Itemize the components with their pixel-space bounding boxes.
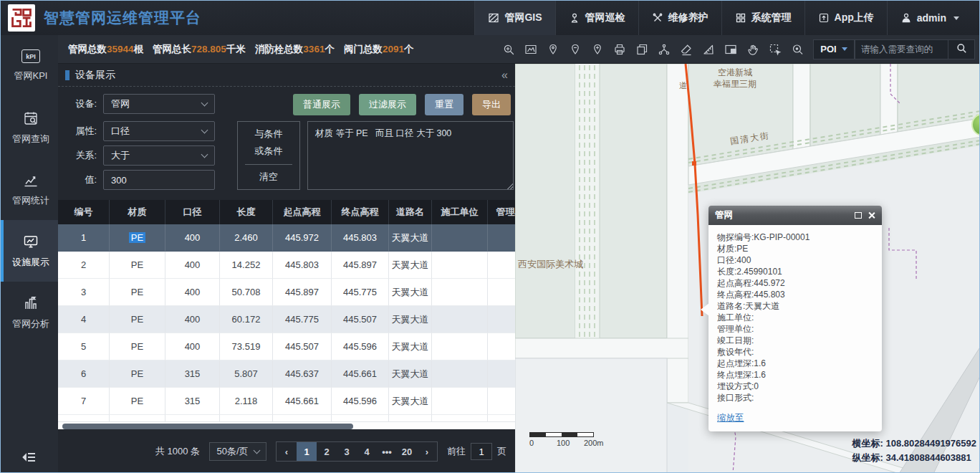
- panel-header: 设备展示 «: [58, 64, 515, 87]
- clear-eraser-icon[interactable]: [676, 40, 696, 59]
- close-icon[interactable]: [868, 211, 875, 219]
- export-button[interactable]: 导出: [472, 94, 511, 115]
- sidebar-item-pipeline-analysis[interactable]: 管网分析: [1, 282, 58, 343]
- horizontal-scrollbar[interactable]: [58, 421, 515, 429]
- copy-map-icon[interactable]: [632, 40, 652, 59]
- device-display-panel: 设备展示 « 设备: 管网 普通展示 过滤展示 重置 导出 属性: 口径: [58, 64, 515, 473]
- goto-page-input[interactable]: [471, 443, 492, 460]
- map-extent-icon[interactable]: [521, 40, 541, 59]
- page-button[interactable]: 20: [397, 442, 417, 461]
- map-canvas[interactable]: 空港新城 幸福里三期 道 国清大街 西安国际美术城 6 0 100 200m 横…: [515, 64, 980, 473]
- nav-label: 维修养护: [668, 11, 708, 24]
- page-size-select[interactable]: 50条/页: [209, 442, 266, 461]
- table-row[interactable]: 2 PE 400 14.252 445.803 445.897 天翼大道: [58, 252, 515, 279]
- nav-item-pipeline-gis[interactable]: 管网GIS: [474, 1, 554, 35]
- print-icon[interactable]: [610, 40, 630, 59]
- table-row[interactable]: 3 PE 400 50.708 445.897 445.775 天翼大道: [58, 279, 515, 306]
- nav-label: 管网GIS: [504, 11, 542, 24]
- network-stats: 管网总数35944根 管网总长728.805千米 消防栓总数3361个 阀门总数…: [68, 43, 413, 56]
- page-buttons: 1 2 3 4 ••• 20: [297, 442, 417, 461]
- nav-item-maintenance[interactable]: 维修养护: [638, 1, 721, 35]
- reset-button[interactable]: 重置: [425, 94, 463, 115]
- table-row[interactable]: 4 PE 400 60.172 445.775 445.507 天翼大道: [58, 306, 515, 333]
- tools-icon: [652, 12, 663, 24]
- page-button[interactable]: •••: [377, 442, 397, 461]
- nav-item-app-upload[interactable]: App上传: [804, 1, 887, 35]
- condition-builder: 与条件 或条件 清空: [237, 121, 300, 190]
- normal-display-button[interactable]: 普通展示: [293, 94, 350, 115]
- table-row[interactable]: 5 PE 400 73.519 445.507 445.596 天翼大道: [58, 333, 515, 360]
- device-select[interactable]: 管网: [103, 94, 215, 114]
- search-button[interactable]: [948, 39, 975, 59]
- scrollbar-thumb[interactable]: [62, 424, 353, 429]
- zoom-to-link[interactable]: 缩放至: [717, 412, 744, 424]
- table-header-row: 编号 材质 口径 长度 起点高程 终点高程 道路名 施工单位 管理单位: [58, 200, 515, 224]
- sidebar-item-pipeline-kpi[interactable]: kPI 管网KPI: [1, 35, 58, 97]
- pin-remove-icon[interactable]: [565, 40, 585, 59]
- goto-label: 前往: [447, 445, 466, 458]
- prev-page-button[interactable]: ‹: [277, 442, 297, 461]
- pin-add-icon[interactable]: [587, 40, 607, 59]
- table-row[interactable]: 7 PE 315 2.118 445.661 445.596 天翼大道: [58, 388, 515, 415]
- overview-map-icon[interactable]: [721, 40, 741, 59]
- action-buttons: 普通展示 过滤展示 重置 导出: [293, 94, 511, 115]
- nav-label: 系统管理: [751, 11, 792, 24]
- next-page-button[interactable]: ›: [417, 442, 437, 461]
- sidebar-item-facility-display[interactable]: 设施展示: [1, 220, 58, 282]
- sidebar-collapse-button[interactable]: [1, 449, 58, 465]
- filter-display-button[interactable]: 过滤展示: [359, 94, 416, 115]
- table-row[interactable]: 6 PE 315 5.807 445.637 445.661 天翼大道: [58, 360, 515, 388]
- popup-field: 口径:400: [717, 254, 873, 266]
- nav-item-user[interactable]: admin: [887, 1, 972, 35]
- locate-pin-icon[interactable]: [543, 40, 563, 59]
- pan-hand-icon[interactable]: [743, 40, 763, 59]
- page-size-value: 50条/页: [216, 445, 248, 458]
- column-header: 起点高程: [273, 200, 332, 224]
- total-count: 共 1000 条: [155, 445, 200, 458]
- popup-field: 起点高程:445.972: [717, 277, 873, 289]
- column-header: 施工单位: [432, 200, 488, 224]
- page-button[interactable]: 2: [317, 442, 337, 461]
- topology-node-icon[interactable]: [654, 40, 674, 59]
- zoom-in-icon[interactable]: [499, 40, 519, 59]
- identify-query-icon[interactable]: [787, 40, 807, 59]
- nav-item-system[interactable]: 系统管理: [721, 1, 804, 35]
- table-row[interactable]: 1 PE 400 2.460 445.972 445.803 天翼大道: [58, 224, 515, 252]
- attribute-select[interactable]: 口径: [103, 121, 215, 141]
- column-header: 道路名: [389, 200, 432, 224]
- page-button[interactable]: 3: [337, 442, 357, 461]
- resize-handle[interactable]: [507, 183, 513, 189]
- poi-search-input[interactable]: [855, 39, 948, 59]
- relation-select[interactable]: 大于: [103, 145, 215, 166]
- nav-item-inspection[interactable]: 管网巡检: [555, 1, 638, 35]
- poi-type-select[interactable]: POI: [813, 39, 855, 59]
- value-input[interactable]: [103, 170, 215, 190]
- pagination-bar: 共 1000 条 50条/页 ‹ 1 2 3 4: [58, 429, 515, 473]
- page-button[interactable]: 1: [297, 442, 317, 461]
- panel-collapse-button[interactable]: «: [501, 69, 508, 82]
- measure-ruler-icon[interactable]: [698, 40, 719, 59]
- app-title: 智慧管网运维管理平台: [44, 8, 201, 28]
- popup-field: 竣工日期:: [717, 335, 873, 346]
- or-condition-button[interactable]: 或条件: [245, 145, 292, 158]
- maximize-icon[interactable]: [855, 212, 862, 219]
- and-condition-button[interactable]: 与条件: [245, 128, 292, 140]
- sidebar-item-label: 管网查询: [12, 133, 49, 145]
- condition-textarea[interactable]: 材质 等于 PE 而且 口径 大于 300: [307, 121, 514, 190]
- column-header: 终点高程: [332, 200, 389, 224]
- sidebar-item-pipeline-query[interactable]: 管网查询: [1, 97, 58, 158]
- page-button[interactable]: 4: [357, 442, 377, 461]
- rect-select-icon[interactable]: [765, 40, 785, 59]
- feature-popup: 管网 物探编号:KG-PIP-00001 材质:PE 口径:400 长度:2.4…: [708, 206, 882, 431]
- user-icon: [900, 12, 912, 24]
- popup-field: 起点埋深:1.6: [717, 358, 873, 369]
- stat-item: 管网总数35944根: [68, 43, 143, 56]
- goto-unit: 页: [497, 445, 506, 458]
- popup-field: 终点埋深:1.6: [717, 369, 873, 381]
- chevron-down-icon: [201, 150, 208, 158]
- popup-titlebar[interactable]: 管网: [708, 206, 882, 225]
- popup-field: 材质:PE: [717, 243, 873, 254]
- clear-condition-button[interactable]: 清空: [245, 171, 292, 183]
- sidebar-item-label: 管网分析: [12, 317, 49, 330]
- sidebar-item-pipeline-stats[interactable]: 管网统计: [1, 158, 58, 220]
